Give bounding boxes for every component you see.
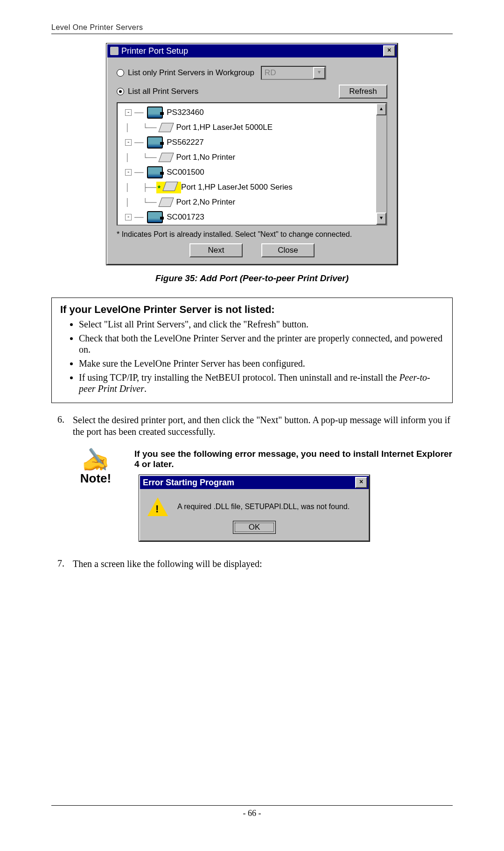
close-icon[interactable]: × bbox=[383, 45, 395, 57]
note-label: Note! bbox=[70, 471, 121, 486]
step-body: Select the desired printer port, and the… bbox=[73, 414, 453, 438]
workgroup-value: RD bbox=[265, 68, 276, 78]
footer-divider bbox=[51, 805, 453, 806]
page-number: - 66 - bbox=[243, 808, 261, 818]
close-button[interactable]: Close bbox=[261, 243, 315, 257]
step-number: 6. bbox=[51, 414, 64, 438]
radio-checked-icon bbox=[117, 88, 124, 95]
radio-all-servers[interactable]: List all Print Servers bbox=[117, 87, 198, 96]
server-icon bbox=[147, 106, 163, 119]
tree-port-item[interactable]: │ └──Port 1,No Printer bbox=[125, 150, 374, 165]
tree-port-label: Port 1,No Printer bbox=[176, 153, 235, 162]
dialog-titlebar[interactable]: Error Starting Program × bbox=[140, 476, 369, 489]
printer-port-icon bbox=[162, 182, 178, 191]
dialog-footnote: * Indicates Port is already installed. S… bbox=[117, 230, 387, 239]
scroll-up-icon[interactable]: ▴ bbox=[376, 103, 386, 115]
tree-server-label: SC001500 bbox=[167, 168, 204, 177]
info-box-title: If your LevelOne Printer Server is not l… bbox=[60, 304, 444, 316]
expand-minus-icon[interactable]: - bbox=[125, 139, 132, 146]
expand-minus-icon[interactable]: - bbox=[125, 169, 132, 176]
radio-all-servers-label: List all Print Servers bbox=[128, 87, 198, 96]
radio-unchecked-icon bbox=[117, 69, 124, 77]
scrollbar-track[interactable] bbox=[376, 115, 386, 213]
list-item: Select "List all Print Servers", and cli… bbox=[79, 319, 444, 330]
step-number: 7. bbox=[51, 558, 64, 570]
list-item: Make sure the LevelOne Printer Server ha… bbox=[79, 358, 444, 369]
server-icon bbox=[147, 136, 163, 149]
printer-port-icon bbox=[159, 198, 174, 207]
list-text: . bbox=[144, 383, 147, 394]
expand-minus-icon[interactable]: - bbox=[125, 109, 132, 116]
expand-minus-icon[interactable]: - bbox=[125, 214, 132, 220]
workgroup-combo[interactable]: RD ▾ bbox=[261, 66, 326, 80]
figure-caption: Figure 35: Add Port (Peer-to-peer Print … bbox=[51, 273, 453, 284]
dialog-title: Error Starting Program bbox=[143, 478, 234, 488]
next-button[interactable]: Next bbox=[189, 243, 243, 257]
printer-port-setup-dialog: Printer Port Setup × List only Print Ser… bbox=[106, 43, 398, 265]
chevron-down-icon[interactable]: ▾ bbox=[313, 67, 325, 79]
tree-server-label: PS323460 bbox=[167, 108, 203, 117]
server-icon bbox=[147, 166, 163, 178]
info-box-list: Select "List all Print Servers", and cli… bbox=[79, 319, 444, 394]
radio-workgroup[interactable]: List only Print Servers in Workgroup bbox=[117, 68, 254, 78]
list-item: If using TCP/IP, try installing the NetB… bbox=[79, 372, 444, 394]
print-server-tree[interactable]: ▴ ▾ -──PS323460 │ └──Port 1,HP LaserJet … bbox=[117, 102, 387, 226]
tree-port-label: Port 1,HP LaserJet 5000LE bbox=[176, 123, 273, 132]
printer-port-icon bbox=[159, 153, 174, 162]
info-box: If your LevelOne Printer Server is not l… bbox=[51, 298, 453, 403]
tree-port-item[interactable]: │ └──Port 1,HP LaserJet 5000LE bbox=[125, 120, 374, 135]
dialog-titlebar[interactable]: Printer Port Setup × bbox=[107, 44, 397, 57]
list-text: If using TCP/IP, try installing the NetB… bbox=[79, 372, 399, 383]
header-divider bbox=[51, 34, 453, 34]
error-message: A required .DLL file, SETUPAPI.DLL, was … bbox=[177, 503, 350, 511]
numbered-step-6: 6. Select the desired printer port, and … bbox=[51, 414, 453, 438]
printer-icon bbox=[110, 47, 119, 55]
tree-port-item[interactable]: │ ├──*Port 1,HP LaserJet 5000 Series bbox=[125, 180, 374, 195]
error-dialog: Error Starting Program × A required .DLL… bbox=[139, 475, 370, 541]
tree-server-item[interactable]: -──SC001500 bbox=[125, 165, 374, 180]
ok-button[interactable]: OK bbox=[233, 521, 276, 534]
tree-server-item[interactable]: -──PS323460 bbox=[125, 105, 374, 120]
scroll-down-icon[interactable]: ▾ bbox=[376, 213, 386, 225]
tree-server-label: SC001723 bbox=[167, 213, 204, 222]
tree-server-item[interactable]: -──SC001723 bbox=[125, 210, 374, 225]
dialog-title: Printer Port Setup bbox=[121, 46, 188, 56]
tree-server-item[interactable]: -──PS562227 bbox=[125, 135, 374, 150]
note-text: If you see the following error message, … bbox=[134, 449, 453, 469]
close-icon[interactable]: × bbox=[355, 477, 367, 488]
writing-hand-icon: ✍ bbox=[70, 449, 121, 471]
tree-port-label: Port 1,HP LaserJet 5000 Series bbox=[181, 183, 293, 192]
printer-port-icon bbox=[159, 123, 174, 132]
numbered-step-7: 7. Then a screen like the following will… bbox=[51, 558, 453, 570]
server-icon bbox=[147, 211, 163, 223]
note-block: ✍ Note! If you see the following error m… bbox=[70, 449, 453, 541]
page-header: Level One Printer Servers bbox=[51, 23, 453, 32]
tree-server-label: PS562227 bbox=[167, 138, 203, 147]
tree-port-item[interactable]: │ └──Port 2,No Printer bbox=[125, 195, 374, 210]
tree-port-label: Port 2,No Printer bbox=[176, 198, 235, 207]
radio-workgroup-label: List only Print Servers in Workgroup bbox=[128, 68, 254, 78]
step-body: Then a screen like the following will be… bbox=[73, 558, 453, 570]
refresh-button[interactable]: Refresh bbox=[339, 85, 387, 99]
scrollbar[interactable]: ▴ ▾ bbox=[376, 103, 386, 225]
warning-icon bbox=[147, 497, 168, 516]
list-item: Check that both the LevelOne Printer Ser… bbox=[79, 333, 444, 355]
